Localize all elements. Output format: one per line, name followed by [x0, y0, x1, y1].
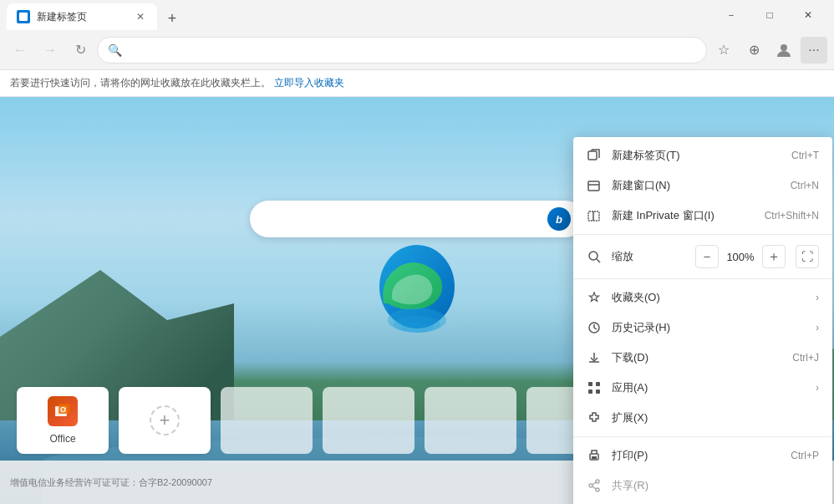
active-tab[interactable]: 新建标签页 ✕	[7, 3, 157, 30]
menu-divider-2	[573, 278, 832, 279]
inprivate-menu-icon	[587, 208, 602, 223]
tab-title: 新建标签页	[37, 10, 127, 24]
close-button[interactable]: ✕	[789, 2, 827, 28]
favorites-star-button[interactable]: ☆	[710, 37, 737, 64]
import-favorites-link[interactable]: 立即导入收藏夹	[274, 76, 344, 90]
menu-item-new-inprivate[interactable]: 新建 InPrivate 窗口(I) Ctrl+Shift+N	[573, 201, 832, 231]
menu-item-downloads[interactable]: 下载(D) Ctrl+J	[573, 343, 832, 373]
refresh-button[interactable]: ↻	[67, 37, 94, 64]
svg-rect-20	[592, 456, 597, 459]
svg-rect-9	[588, 181, 599, 191]
menu-label-new-window: 新建窗口(N)	[612, 178, 781, 193]
search-box[interactable]: b	[250, 201, 584, 237]
window-controls: － □ ✕	[712, 2, 827, 28]
menu-item-new-window[interactable]: 新建窗口(N) Ctrl+N	[573, 171, 832, 201]
menu-label-extensions: 扩展(X)	[612, 410, 819, 425]
address-input[interactable]	[129, 43, 696, 57]
menu-label-apps: 应用(A)	[612, 380, 806, 395]
svg-rect-18	[596, 389, 600, 394]
menu-shortcut-new-window: Ctrl+N	[791, 180, 819, 191]
maximize-button[interactable]: □	[750, 2, 789, 28]
dial-item-empty-1[interactable]	[221, 387, 313, 454]
collections-button[interactable]: ⊕	[740, 37, 767, 64]
search-box-input[interactable]	[263, 211, 541, 227]
menu-label-zoom: 缩放	[612, 249, 685, 264]
speed-dial: O Office +	[17, 387, 618, 454]
forward-button[interactable]: →	[37, 37, 64, 64]
menu-divider-1	[573, 234, 832, 235]
browser-window: 新建标签页 ✕ + － □ ✕ ← → ↻ 🔍 ☆ ⊕	[0, 0, 834, 504]
zoom-increase-button[interactable]: ＋	[762, 245, 786, 268]
edge-logo-svg	[367, 241, 467, 341]
menu-shortcut-downloads: Ctrl+J	[792, 352, 819, 364]
new-tab-button[interactable]: +	[160, 7, 184, 30]
bing-logo: b	[547, 207, 571, 231]
address-input-wrap[interactable]: 🔍	[97, 37, 707, 64]
svg-point-4	[400, 323, 434, 333]
history-arrow-icon: ›	[816, 322, 819, 333]
downloads-menu-icon	[587, 350, 602, 365]
add-icon: +	[150, 405, 180, 435]
content-area: b	[0, 97, 834, 504]
menu-label-share: 共享(R)	[612, 478, 819, 493]
favorites-arrow-icon: ›	[816, 292, 819, 303]
back-button[interactable]: ←	[7, 37, 33, 64]
tab-close-button[interactable]: ✕	[134, 10, 147, 23]
zoom-control: － 100% ＋	[695, 245, 786, 268]
tab-bar: 新建标签页 ✕ +	[7, 0, 712, 30]
menu-label-print: 打印(P)	[612, 448, 781, 463]
svg-rect-15	[588, 382, 592, 386]
address-bar: ← → ↻ 🔍 ☆ ⊕ ···	[0, 30, 834, 70]
menu-item-history[interactable]: 历史记录(H) ›	[573, 313, 832, 343]
menu-item-apps[interactable]: 应用(A) ›	[573, 373, 832, 403]
more-options-button[interactable]: ···	[801, 37, 827, 64]
svg-line-25	[592, 486, 596, 489]
zoom-decrease-button[interactable]: －	[695, 245, 719, 268]
search-icon: 🔍	[108, 43, 122, 57]
dial-item-add[interactable]: +	[119, 387, 211, 454]
address-actions: ☆ ⊕ ···	[710, 37, 827, 64]
svg-point-22	[596, 488, 599, 491]
menu-item-extensions[interactable]: 扩展(X)	[573, 403, 832, 433]
dial-item-empty-3[interactable]	[425, 387, 516, 454]
bookmark-hint-text: 若要进行快速访问，请将你的网址收藏放在此收藏夹栏上。	[10, 76, 271, 90]
account-button[interactable]	[770, 37, 797, 64]
svg-rect-17	[588, 389, 592, 394]
menu-item-zoom[interactable]: 缩放 － 100% ＋ ⛶	[573, 238, 832, 275]
menu-label-favorites: 收藏夹(O)	[612, 290, 806, 305]
menu-item-new-tab[interactable]: 新建标签页(T) Ctrl+T	[573, 140, 832, 171]
apps-menu-icon	[587, 380, 602, 395]
minimize-button[interactable]: －	[712, 2, 750, 28]
menu-shortcut-print: Ctrl+P	[791, 450, 819, 461]
dial-item-empty-2[interactable]	[323, 387, 414, 454]
svg-point-21	[596, 480, 599, 483]
menu-shortcut-inprivate: Ctrl+Shift+N	[765, 210, 819, 221]
dropdown-menu: 新建标签页(T) Ctrl+T 新建窗口(N) Ctrl+N 新建 InPriv…	[573, 137, 832, 504]
zoom-menu-icon	[587, 249, 602, 264]
menu-label-downloads: 下载(D)	[612, 350, 782, 365]
menu-item-favorites[interactable]: 收藏夹(O) ›	[573, 283, 832, 313]
zoom-fullscreen-button[interactable]: ⛶	[796, 245, 819, 268]
dial-label-office: Office	[49, 433, 75, 445]
extensions-menu-icon	[587, 410, 602, 425]
account-icon	[776, 42, 792, 59]
menu-label-history: 历史记录(H)	[612, 320, 806, 335]
office-logo-svg: O	[53, 402, 72, 420]
menu-item-find[interactable]: 在页面上查找(F) Ctrl+F	[573, 501, 832, 504]
svg-text:O: O	[60, 405, 66, 414]
menu-shortcut-new-tab: Ctrl+T	[791, 150, 819, 161]
menu-item-share: 共享(R)	[573, 471, 832, 501]
svg-point-12	[589, 252, 598, 260]
menu-item-print[interactable]: 打印(P) Ctrl+P	[573, 440, 832, 471]
tab-favicon	[17, 10, 30, 23]
title-bar: 新建标签页 ✕ + － □ ✕	[0, 0, 834, 30]
menu-label-inprivate: 新建 InPrivate 窗口(I)	[612, 208, 755, 223]
dial-item-office[interactable]: O Office	[17, 387, 109, 454]
svg-rect-8	[588, 151, 597, 160]
svg-rect-16	[596, 382, 600, 386]
svg-point-23	[589, 484, 592, 487]
menu-label-new-tab: 新建标签页(T)	[612, 148, 781, 163]
new-window-menu-icon	[587, 178, 602, 193]
menu-divider-3	[573, 436, 832, 437]
apps-arrow-icon: ›	[816, 382, 819, 394]
